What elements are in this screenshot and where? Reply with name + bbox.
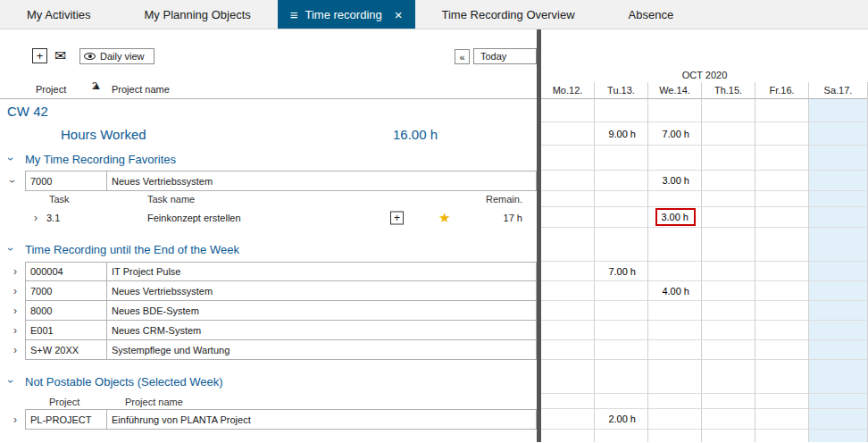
project-name-cell[interactable]: IT Project Pulse [106,262,537,281]
highlighted-time-cell[interactable]: 3.00 h [655,208,696,226]
time-entry-cell-th[interactable] [702,171,755,191]
time-entry-cell-sa[interactable] [809,281,868,301]
time-entry-cell-th[interactable] [702,340,755,360]
time-entry-cell-sa[interactable] [809,409,868,430]
time-entry-cell-tu[interactable] [595,340,648,360]
time-entry-cell-tu[interactable]: 7.00 h [595,262,648,281]
time-entry-cell-th[interactable] [702,301,755,321]
collapse-icon[interactable]: › [5,157,16,161]
time-entry-cell-mo[interactable] [541,321,595,340]
tab-my-activities[interactable]: My Activities [0,0,118,29]
project-name-cell[interactable]: Neues CRM-System [106,321,537,340]
project-name-cell[interactable]: Neues Vertriebssystem [106,171,537,191]
time-entry-cell-sa[interactable] [809,207,868,228]
time-entry-cell-th[interactable] [702,409,755,430]
collapse-icon[interactable]: › [5,247,16,251]
time-entry-cell-fr[interactable] [755,321,809,340]
time-entry-cell-th[interactable] [702,207,755,228]
time-entry-cell-we[interactable] [648,409,702,430]
daily-view-button[interactable]: Daily view [79,48,154,64]
collapse-icon[interactable]: › [7,180,18,183]
day-cell [541,430,595,442]
section-title[interactable]: Not Postable Objects (Selected Week) [25,375,223,389]
time-entry-cell-tu[interactable] [595,171,648,191]
tab-absence[interactable]: Absence [602,0,701,29]
expand-icon[interactable]: › [13,345,17,355]
today-button[interactable]: Today [473,48,537,64]
column-header-project[interactable]: Project [36,84,66,95]
project-name-cell[interactable]: Neues BDE-System [106,301,537,321]
time-entry-cell-mo[interactable] [541,171,595,191]
time-entry-cell-sa[interactable] [809,262,868,281]
menu-icon[interactable]: ≡ [290,7,298,22]
time-entry-cell-tu[interactable] [595,321,648,340]
time-entry-cell-fr[interactable] [755,301,809,321]
time-entry-cell-mo[interactable] [541,281,595,301]
previous-button[interactable]: « [455,49,470,64]
time-entry-cell-we[interactable] [648,262,702,281]
task-name[interactable]: Feinkonzept erstellen [147,213,241,223]
time-entry-cell-we[interactable] [648,301,702,321]
expand-icon[interactable]: › [13,414,17,425]
time-entry-cell-we[interactable] [648,340,702,360]
time-entry-cell-mo[interactable] [541,207,595,228]
add-button[interactable]: + [32,48,47,63]
expand-icon[interactable]: › [13,305,17,316]
add-time-button[interactable]: + [390,211,404,224]
day-cell [541,228,595,262]
project-name-cell[interactable]: Systempflege und Wartung [106,340,537,360]
time-entry-cell-tu[interactable]: 2.00 h [595,409,648,430]
project-code-cell[interactable]: 7000 [25,281,107,301]
time-entry-cell-we[interactable]: 3.00 h [648,171,702,191]
time-entry-cell-mo[interactable] [541,301,595,321]
tab-time-recording[interactable]: ≡ Time recording × [278,0,415,29]
time-entry-cell-tu[interactable] [595,207,648,228]
time-entry-cell-fr[interactable] [755,340,809,360]
project-code-cell[interactable]: S+W 20XX [25,340,107,360]
time-entry-cell-fr[interactable] [755,281,809,301]
day-cell [702,122,755,146]
favorite-star-icon[interactable]: ★ [438,209,450,225]
expand-icon[interactable]: › [13,325,17,336]
project-code-cell[interactable]: E001 [25,321,107,340]
time-entry-cell-tu[interactable] [595,281,648,301]
time-entry-cell-sa[interactable] [809,301,868,321]
expand-icon[interactable]: › [13,266,17,277]
tab-time-recording-overview[interactable]: Time Recording Overview [415,0,602,29]
project-code-cell[interactable]: 000004 [25,262,107,281]
task-id[interactable]: 3.1 [46,213,60,223]
tab-my-planning-objects[interactable]: My Planning Objects [118,0,278,29]
time-entry-cell-th[interactable] [702,281,755,301]
time-entry-cell-sa[interactable] [809,340,868,360]
close-icon[interactable]: × [395,7,403,22]
time-entry-cell-fr[interactable] [755,207,809,228]
time-entry-cell-fr[interactable] [755,409,809,430]
time-entry-cell-mo[interactable] [541,409,595,430]
project-name-cell[interactable]: Neues Vertriebssystem [106,281,537,301]
tab-label: Time recording [305,8,382,21]
project-code-cell[interactable]: PL-PROJECT [25,409,107,430]
time-entry-cell-mo[interactable] [541,262,595,281]
column-header-project-name[interactable]: Project name [112,84,170,95]
section-title[interactable]: My Time Recording Favorites [25,153,176,166]
time-entry-cell-th[interactable] [702,321,755,340]
mail-button[interactable]: ✉ [54,49,66,63]
expand-icon[interactable]: › [34,213,38,223]
expand-icon[interactable]: › [13,286,17,297]
project-code-cell[interactable]: 7000 [25,171,107,191]
time-entry-cell-fr[interactable] [755,262,809,281]
pane-splitter[interactable] [537,29,541,442]
day-cell [541,360,595,394]
time-entry-cell-mo[interactable] [541,340,595,360]
time-entry-cell-tu[interactable] [595,301,648,321]
time-entry-cell-sa[interactable] [809,321,868,340]
section-title[interactable]: Time Recording until the End of the Week [25,243,239,256]
collapse-icon[interactable]: › [5,380,16,383]
time-entry-cell-sa[interactable] [809,171,868,191]
project-name-cell[interactable]: Einführung von PLANTA Project [106,409,537,430]
time-entry-cell-fr[interactable] [755,171,809,191]
time-entry-cell-we[interactable]: 4.00 h [648,281,702,301]
project-code-cell[interactable]: 8000 [25,301,107,321]
time-entry-cell-th[interactable] [702,262,755,281]
time-entry-cell-we[interactable] [648,321,702,340]
